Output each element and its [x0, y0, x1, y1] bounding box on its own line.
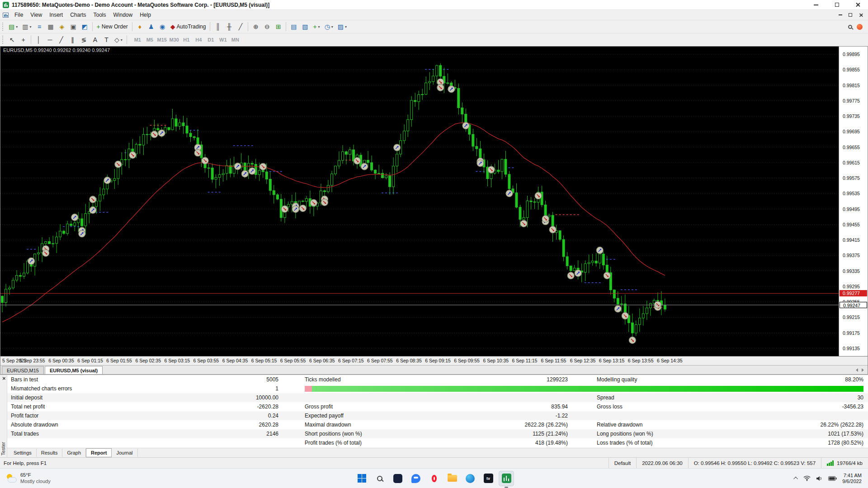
zoom-out-button[interactable]: ⊖	[261, 22, 273, 32]
line-chart-button[interactable]: ╱	[235, 22, 246, 32]
mdi-restore-icon[interactable]	[849, 13, 852, 17]
dropdown-caret-icon[interactable]: ▾	[16, 25, 18, 29]
zoom-in-button[interactable]: ⊕	[250, 22, 261, 32]
text-button[interactable]: A	[90, 35, 101, 45]
battery-icon[interactable]	[828, 476, 837, 481]
timeframe-m5[interactable]: M5	[144, 35, 156, 44]
task-view-button[interactable]	[390, 471, 406, 486]
menu-insert[interactable]: Insert	[46, 10, 66, 19]
price-scale[interactable]: 0.998950.998550.998150.997750.997350.996…	[839, 47, 868, 356]
menu-view[interactable]: View	[27, 10, 46, 19]
time-axis[interactable]: 5 Sep 20225 Sep 23:556 Sep 00:356 Sep 01…	[0, 356, 868, 365]
new-order-button[interactable]: +New Order	[94, 22, 130, 32]
add-indicator-button[interactable]: +▾	[311, 22, 322, 32]
horizontal-line-button[interactable]: ─	[44, 35, 56, 45]
chart-tab[interactable]: EURUSD,M5 (visual)	[45, 366, 103, 374]
arrange-windows-button[interactable]: ▤	[288, 22, 299, 32]
timeframe-d1[interactable]: D1	[205, 35, 217, 44]
menu-file[interactable]: File	[11, 10, 27, 19]
cascade-windows-button[interactable]: ▧	[299, 22, 311, 32]
tester-tab-results[interactable]: Results	[37, 449, 63, 457]
weather-widget[interactable]: 65°F Mostly cloudy	[0, 472, 51, 485]
toolbar-drag-handle[interactable]	[2, 23, 5, 31]
report-row: Profit factor0.24Expected payoff-1.22	[7, 411, 868, 420]
expert-advisors-button[interactable]: ♟	[146, 22, 157, 32]
file-explorer-icon[interactable]	[444, 471, 460, 486]
candlestick-button[interactable]: ╫	[223, 22, 235, 32]
opera-icon[interactable]	[426, 471, 442, 486]
navigator-button[interactable]: ◈	[57, 22, 68, 32]
quality-bar-error-segment	[305, 386, 312, 392]
minimize-button[interactable]	[806, 0, 826, 9]
timeframe-h4[interactable]: H4	[193, 35, 205, 44]
maximize-button[interactable]	[826, 0, 847, 9]
data-window-button[interactable]: ▦	[45, 22, 57, 32]
crosshair-button[interactable]: +	[18, 35, 29, 45]
profiles-button[interactable]: ▥▾	[20, 22, 33, 32]
bar-chart-button[interactable]: ║	[212, 22, 223, 32]
wifi-icon[interactable]	[803, 475, 811, 481]
menu-help[interactable]: Help	[136, 10, 155, 19]
timeframe-h1[interactable]: H1	[180, 35, 193, 44]
search-button[interactable]	[372, 471, 387, 486]
timeframe-m30[interactable]: M30	[168, 35, 180, 44]
report-row: Mismatched charts errors1	[7, 384, 868, 393]
dropdown-caret-icon[interactable]: ▾	[29, 25, 31, 29]
timeframe-mn[interactable]: MN	[229, 35, 241, 44]
autotrading-button[interactable]: ◆AutoTrading	[168, 22, 208, 32]
chart-tab[interactable]: EURUSD,M15	[2, 366, 44, 374]
search-icon[interactable]	[848, 25, 852, 29]
terminal-button[interactable]: ▣	[68, 22, 79, 32]
options-button[interactable]: ◉	[157, 22, 168, 32]
new-chart-button[interactable]: ▤▾	[6, 22, 20, 32]
strategy-tester-button[interactable]: ◩	[79, 22, 90, 32]
periods-button[interactable]: ◷▾	[322, 22, 335, 32]
profile-selector[interactable]: Default	[609, 458, 636, 468]
metatrader-icon[interactable]	[499, 471, 514, 486]
dropdown-caret-icon[interactable]: ▾	[331, 25, 333, 29]
toolbar-drag-handle[interactable]	[2, 36, 5, 44]
menu-tools[interactable]: Tools	[90, 10, 110, 19]
dropdown-caret-icon[interactable]: ▾	[318, 25, 320, 29]
channel-button[interactable]: ∥	[67, 35, 78, 45]
tile-windows-button[interactable]: ⊞	[273, 22, 284, 32]
start-button[interactable]	[354, 471, 369, 486]
vertical-line-button[interactable]: │	[33, 35, 44, 45]
tester-tab-report[interactable]: Report	[86, 448, 112, 457]
menu-charts[interactable]: Charts	[66, 10, 90, 19]
volume-icon[interactable]	[816, 476, 823, 481]
timeframe-m15[interactable]: M15	[156, 35, 168, 44]
tester-tab-graph[interactable]: Graph	[62, 449, 86, 457]
dropdown-caret-icon[interactable]: ▾	[121, 38, 123, 42]
dropdown-caret-icon[interactable]: ▾	[345, 25, 347, 29]
metaeditor-button[interactable]: ♦	[134, 22, 146, 32]
shapes-button[interactable]: ◇▾	[112, 35, 125, 45]
market-watch-button[interactable]: ≡	[34, 22, 45, 32]
blue-app-icon[interactable]	[462, 471, 478, 486]
tester-tab-journal[interactable]: Journal	[112, 449, 137, 457]
text-label-button[interactable]: T	[101, 35, 112, 45]
chat-button[interactable]	[408, 471, 424, 486]
trendline-button[interactable]: ╱	[56, 35, 67, 45]
timeframe-m1[interactable]: M1	[132, 35, 144, 44]
templates-button[interactable]: ▨▾	[335, 22, 349, 32]
toolbar-standard: ▤▾▥▾≡▦◈▣◩+New Order♦♟◉◆AutoTrading║╫╱⊕⊖⊞…	[6, 22, 349, 32]
task-view-glyph	[393, 474, 402, 483]
scroll-right-icon[interactable]	[862, 368, 864, 372]
timeframe-w1[interactable]: W1	[217, 35, 229, 44]
menu-window[interactable]: Window	[110, 10, 137, 19]
tester-close-button[interactable]	[1, 376, 6, 382]
taskbar-clock[interactable]: 7:41 AM 9/6/2022	[842, 473, 862, 484]
mdi-close-icon[interactable]	[859, 13, 863, 17]
tester-tab-settings[interactable]: Settings	[9, 449, 37, 457]
fibonacci-button[interactable]: ≶	[78, 35, 90, 45]
quality-bar-good-segment	[312, 386, 863, 392]
cursor-button[interactable]: ↖	[6, 35, 18, 45]
chart-plot[interactable]: EURUSD,M5 0.99240 0.99262 0.99240 0.9924…	[0, 47, 839, 356]
scroll-left-icon[interactable]	[856, 368, 858, 372]
tradingview-icon[interactable]: tv	[481, 471, 496, 486]
tray-overflow-icon[interactable]	[793, 477, 798, 481]
close-button[interactable]	[847, 0, 868, 9]
mdi-minimize-icon[interactable]	[839, 14, 842, 15]
notification-icon[interactable]	[857, 24, 863, 30]
